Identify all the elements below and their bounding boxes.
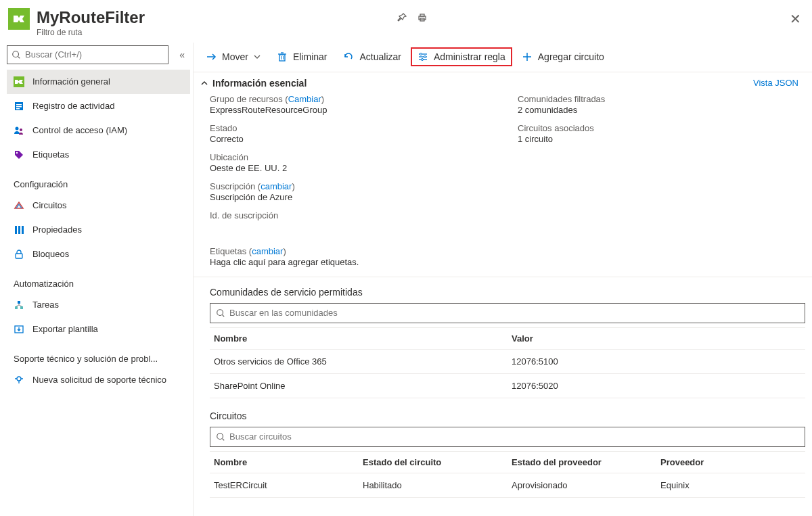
essentials-header[interactable]: Información esencial Vista JSON <box>194 72 812 94</box>
svg-rect-10 <box>16 108 20 110</box>
circuits-table: Nombre Estado del circuito Estado del pr… <box>210 451 805 498</box>
ess-state: Estado Correcto <box>210 123 497 144</box>
sidebar-item-overview[interactable]: Información general <box>7 70 190 94</box>
svg-point-37 <box>421 59 423 61</box>
add-tags-link[interactable]: Haga clic aquí para agregar etiquetas. <box>210 257 497 267</box>
svg-point-42 <box>217 433 223 440</box>
page-header: MyRouteFilter Filtro de ruta ✕ <box>0 0 812 43</box>
access-control-icon <box>14 125 24 136</box>
table-row[interactable]: Otros servicios de Office 365 12076:5100 <box>210 349 805 373</box>
sidebar-search-input[interactable] <box>21 49 164 60</box>
sidebar: « Información general Registro de activi… <box>0 43 193 516</box>
svg-point-4 <box>13 51 19 57</box>
close-button[interactable]: ✕ <box>787 8 804 30</box>
circuits-search[interactable] <box>210 427 805 447</box>
sidebar-item-locks[interactable]: Bloqueos <box>7 242 190 266</box>
plus-icon <box>522 51 533 62</box>
sidebar-item-export-template[interactable]: Exportar plantilla <box>7 317 190 342</box>
svg-rect-14 <box>15 226 17 234</box>
sidebar-item-tasks[interactable]: Tareas <box>7 293 190 317</box>
table-row[interactable]: SharePoint Online 12076:5020 <box>210 373 805 398</box>
svg-point-40 <box>217 310 223 316</box>
sidebar-item-tags[interactable]: Etiquetas <box>7 143 190 167</box>
refresh-button[interactable]: Actualizar <box>336 47 407 66</box>
manage-rule-button[interactable]: Administrar regla <box>411 47 512 66</box>
col-value[interactable]: Valor <box>508 327 805 349</box>
svg-point-36 <box>424 56 426 58</box>
route-filter-icon-small <box>14 76 24 87</box>
svg-rect-18 <box>15 306 18 309</box>
activity-log-icon <box>14 101 24 112</box>
add-circuit-button[interactable]: Agregar circuito <box>515 47 611 66</box>
svg-point-13 <box>16 152 18 154</box>
svg-point-12 <box>20 128 22 131</box>
toolbar-label: Actualizar <box>359 51 401 62</box>
sidebar-item-new-support-request[interactable]: Nueva solicitud de soporte técnico <box>7 368 190 392</box>
refresh-icon <box>343 51 354 62</box>
route-filter-icon <box>8 8 30 30</box>
ess-resource-group: Grupo de recursos (Cambiar) ExpressRoute… <box>210 94 497 115</box>
sidebar-item-activity-log[interactable]: Registro de actividad <box>7 94 190 118</box>
delete-button[interactable]: Eliminar <box>270 47 334 66</box>
sidebar-section-config: Configuración <box>7 167 190 193</box>
svg-rect-2 <box>420 14 424 16</box>
search-icon <box>216 308 225 318</box>
page-title: MyRouteFilter <box>37 8 397 28</box>
resource-group-link[interactable]: ExpressRouteResourceGroup <box>210 105 497 115</box>
communities-search-input[interactable] <box>225 308 799 318</box>
svg-rect-16 <box>22 226 24 234</box>
arrow-right-icon <box>206 51 217 62</box>
subscription-link[interactable]: Suscripción de Azure <box>210 192 497 202</box>
svg-rect-15 <box>18 226 20 234</box>
col-provider-state[interactable]: Estado del proveedor <box>508 451 656 473</box>
col-name[interactable]: Nombre <box>210 451 359 473</box>
toolbar: Mover Eliminar Actualizar Administrar re… <box>194 43 812 72</box>
svg-line-22 <box>16 305 19 306</box>
main-content: Mover Eliminar Actualizar Administrar re… <box>193 43 812 516</box>
sidebar-search[interactable] <box>7 45 168 64</box>
sidebar-label: Registro de actividad <box>32 101 114 111</box>
change-tags-link[interactable]: cambiar <box>252 246 283 256</box>
sidebar-label: Información general <box>32 76 110 87</box>
col-circuit-state[interactable]: Estado del circuito <box>359 451 508 473</box>
lock-icon <box>14 249 24 260</box>
ess-tags: Etiquetas (cambiar) Haga clic aquí para … <box>210 246 497 267</box>
sidebar-section-support: Soporte técnico y solución de probl... <box>7 342 190 368</box>
collapse-sidebar-button[interactable]: « <box>175 49 189 60</box>
print-icon[interactable] <box>417 12 428 23</box>
svg-rect-9 <box>16 106 22 108</box>
circuits-section: Circuitos Nombre Estado del circuito Est… <box>194 401 812 500</box>
pin-icon[interactable] <box>397 12 407 23</box>
essentials-title: Información esencial <box>212 78 753 89</box>
tasks-icon <box>14 300 24 310</box>
move-button[interactable]: Mover <box>199 47 267 66</box>
json-view-link[interactable]: Vista JSON <box>753 78 798 88</box>
tags-icon <box>14 149 24 160</box>
toolbar-label: Administrar regla <box>434 51 505 62</box>
communities-title: Comunidades de servicio permitidas <box>210 287 805 298</box>
sidebar-item-properties[interactable]: Propiedades <box>7 218 190 242</box>
change-subscription-link[interactable]: cambiar <box>261 181 292 191</box>
change-resource-group-link[interactable]: Cambiar <box>288 94 321 104</box>
svg-point-11 <box>16 126 19 130</box>
svg-line-41 <box>223 314 225 316</box>
sidebar-label: Etiquetas <box>32 149 69 160</box>
page-subtitle: Filtro de ruta <box>37 28 397 37</box>
sidebar-label: Nueva solicitud de soporte técnico <box>32 375 166 385</box>
sidebar-item-circuits[interactable]: Circuitos <box>7 193 190 218</box>
col-provider[interactable]: Proveedor <box>656 451 805 473</box>
circuits-search-input[interactable] <box>225 431 799 442</box>
sidebar-label: Propiedades <box>32 225 82 235</box>
table-row[interactable]: TestERCircuit Habilitado Aprovisionado E… <box>210 473 805 497</box>
chevron-down-icon <box>254 53 261 60</box>
svg-rect-8 <box>16 104 22 105</box>
circuits-icon <box>14 200 24 211</box>
export-template-icon <box>14 324 24 335</box>
svg-point-25 <box>17 377 21 381</box>
essentials-panel: Información esencial Vista JSON Grupo de… <box>194 72 812 277</box>
communities-search[interactable] <box>210 303 805 323</box>
col-name[interactable]: Nombre <box>210 327 508 349</box>
sidebar-item-access-control[interactable]: Control de acceso (IAM) <box>7 118 190 143</box>
search-icon <box>12 50 21 60</box>
sidebar-label: Tareas <box>32 300 59 310</box>
